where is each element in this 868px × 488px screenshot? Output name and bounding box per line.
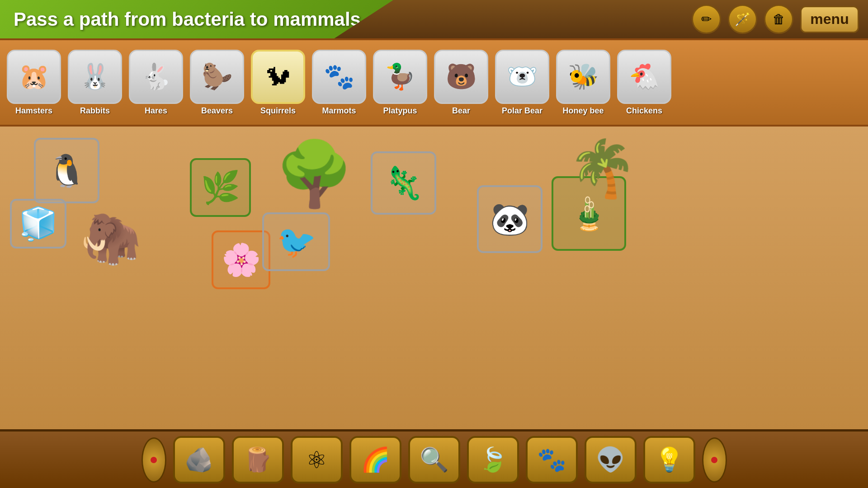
animal-img-hamsters: 🐹 [7,50,61,104]
trash-button[interactable]: 🗑 [764,5,793,34]
pencil-button[interactable]: ✏ [692,5,721,34]
animal-card-polar_bear[interactable]: 🐻‍❄️Polar Bear [493,50,552,116]
game-item-penguins[interactable]: 🐧 [34,138,99,203]
animal-card-beavers[interactable]: 🦫Beavers [188,50,246,116]
header-green-bg: Pass a path from bacteria to mammals... [0,0,393,38]
game-item-ice[interactable]: 🧊 [10,199,66,249]
animal-label-hares: Hares [145,106,167,116]
animal-label-rabbits: Rabbits [80,106,110,116]
animal-img-hares: 🐇 [129,50,183,104]
animal-img-platypus: 🦆 [373,50,427,104]
animal-strip: 🐹Hamsters🐰Rabbits🐇Hares🦫Beavers🐿Squirrel… [0,38,868,127]
animal-img-marmots: 🐾 [312,50,366,104]
animal-img-bear: 🐻 [434,50,488,104]
tool-btn-metal[interactable]: 🪨 [173,436,225,483]
animal-label-honey_bee: Honey bee [562,106,604,116]
game-item-mammoth[interactable]: 🦣 [75,203,147,273]
animal-img-rabbits: 🐰 [68,50,122,104]
animal-label-polar_bear: Polar Bear [502,106,542,116]
game-box-lizard: 🦎 [371,151,436,215]
header-controls: ✏ 🪄 🗑 menu [692,5,859,34]
wand-button[interactable]: 🪄 [728,5,757,34]
bottom-toolbar: 🪨🪵⚛🌈🔍🍃🐾👽💡 [0,429,868,488]
animal-img-squirrels: 🐿 [251,50,305,104]
scroll-left-end [142,437,166,483]
game-box-penguins: 🐧 [34,138,99,203]
animal-card-hares[interactable]: 🐇Hares [127,50,185,116]
animal-card-rabbits[interactable]: 🐰Rabbits [66,50,124,116]
game-box-ice: 🧊 [10,199,66,249]
tool-btn-lightbulb[interactable]: 💡 [643,436,695,483]
page-title: Pass a path from bacteria to mammals... [14,9,377,30]
game-box-panda: 🐼 [477,185,542,253]
animal-label-platypus: Platypus [383,106,417,116]
animal-card-marmots[interactable]: 🐾Marmots [310,50,368,116]
scroll-dot-right [711,457,717,463]
scroll-dot-left [151,457,157,463]
game-item-hummingbird[interactable]: 🐦 [262,212,330,271]
animal-card-bear[interactable]: 🐻Bear [432,50,491,116]
animal-card-platypus[interactable]: 🦆Platypus [371,50,429,116]
tool-btn-magnifier[interactable]: 🔍 [408,436,460,483]
game-item-palm[interactable]: 🌴 [563,127,642,210]
game-item-flower[interactable]: 🌸 [212,230,270,289]
animal-label-squirrels: Squirrels [260,106,296,116]
animal-img-honey_bee: 🐝 [556,50,610,104]
animal-card-hamsters[interactable]: 🐹Hamsters [5,50,63,116]
animal-label-marmots: Marmots [322,106,356,116]
header: Pass a path from bacteria to mammals... … [0,0,868,38]
tool-btn-wood[interactable]: 🪵 [232,436,284,483]
animal-img-polar_bear: 🐻‍❄️ [495,50,549,104]
game-item-panda[interactable]: 🐼 [477,185,542,253]
game-box-flower: 🌸 [212,230,270,289]
animal-card-squirrels[interactable]: 🐿Squirrels [249,50,307,116]
tool-btn-rainbow[interactable]: 🌈 [349,436,401,483]
game-item-tree[interactable]: 🌳 [267,129,362,219]
game-box-hummingbird: 🐦 [262,212,330,271]
animal-img-beavers: 🦫 [190,50,244,104]
game-item-bush1[interactable]: 🌿 [190,158,251,217]
animal-label-beavers: Beavers [201,106,233,116]
animal-label-chickens: Chickens [626,106,662,116]
tool-btn-molecule[interactable]: ⚛ [291,436,343,483]
game-box-bush1: 🌿 [190,158,251,217]
animal-card-honey_bee[interactable]: 🐝Honey bee [554,50,613,116]
tool-btn-alien[interactable]: 👽 [585,436,637,483]
animal-label-bear: Bear [452,106,470,116]
tool-btn-pawprint[interactable]: 🐾 [526,436,578,483]
animal-label-hamsters: Hamsters [15,106,52,116]
animal-img-chickens: 🐔 [617,50,671,104]
scroll-right-end [702,437,727,483]
tool-btn-leaf[interactable]: 🍃 [467,436,519,483]
game-item-lizard[interactable]: 🦎 [371,151,436,215]
game-area: 🐧🧊🦣🌿🌸🐦🌳🦎🐼🎍🌴 [0,127,868,429]
animal-card-chickens[interactable]: 🐔Chickens [615,50,674,116]
menu-button[interactable]: menu [800,6,859,33]
